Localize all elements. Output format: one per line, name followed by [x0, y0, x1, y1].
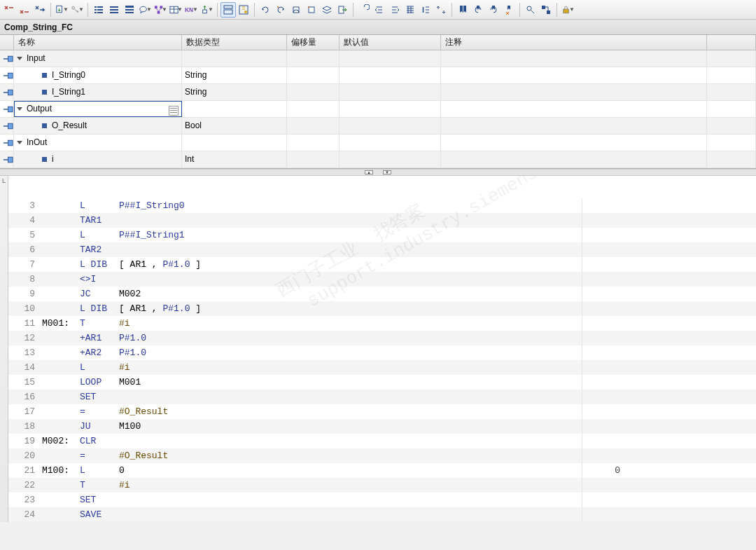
row-gutter-icon[interactable] [0, 151, 14, 167]
var-dtype-cell[interactable]: String [182, 67, 287, 83]
code-line[interactable]: 13+AR2P#1.0 [8, 345, 756, 360]
tb-x2-icon[interactable] [17, 2, 32, 18]
tb-bm1-icon[interactable] [455, 2, 470, 18]
tb-upload-icon[interactable]: ▼ [199, 2, 214, 18]
tb-net-icon[interactable]: ▼ [153, 2, 168, 18]
col-dtype[interactable]: 数据类型 [182, 35, 287, 50]
tb-arrows-icon[interactable] [433, 2, 449, 18]
tb-table-icon[interactable]: ▼ [168, 2, 183, 18]
code-editor[interactable]: 西门子工业 找答案 support.industry.siemens.com/c… [8, 176, 756, 522]
tb-xarrow-icon[interactable] [32, 2, 48, 18]
tb-comment-icon[interactable]: ▼ [137, 2, 153, 18]
tb-list3-icon[interactable] [122, 2, 137, 18]
var-section-input[interactable]: Input [0, 50, 756, 67]
var-row-o_result[interactable]: O_ResultBool [0, 118, 756, 135]
tb-list1-icon[interactable] [91, 2, 106, 18]
svg-rect-32 [542, 6, 545, 9]
tb-bm-x-icon[interactable] [501, 2, 517, 18]
row-gutter-icon[interactable] [0, 118, 14, 134]
code-line[interactable]: 4TAR1 [8, 213, 756, 228]
tb-key-icon[interactable]: ▼ [69, 2, 85, 18]
tb-x1-icon[interactable] [1, 2, 17, 18]
tb-lock-icon[interactable]: ▼ [560, 2, 575, 18]
tb-list2-icon[interactable] [106, 2, 122, 18]
tb-rot2-icon[interactable] [273, 2, 288, 18]
split-up-icon[interactable]: ▲ [365, 170, 373, 174]
tb-layers-icon[interactable] [319, 2, 335, 18]
code-line[interactable]: 21M100:L00 [8, 463, 756, 478]
code-line[interactable]: 8<>I [8, 272, 756, 287]
var-name-cell[interactable]: InOut [14, 135, 182, 151]
code-line[interactable]: 22T#i [8, 478, 756, 493]
tb-struct-icon[interactable] [538, 2, 554, 18]
code-line[interactable]: 10L DIB[ AR1 , P#1.0 ] [8, 301, 756, 316]
code-line[interactable]: 9JCM002 [8, 287, 756, 301]
row-gutter-icon[interactable] [0, 50, 14, 67]
code-line[interactable]: 14L#i [8, 360, 756, 375]
row-gutter-icon[interactable] [0, 84, 14, 100]
tb-view1-icon[interactable] [220, 2, 236, 18]
code-opcode: SET [80, 390, 119, 404]
code-line[interactable]: 15LOOPM001 [8, 375, 756, 390]
code-line[interactable]: 16SET [8, 390, 756, 404]
var-name-cell[interactable]: O_Result [14, 118, 182, 134]
tb-search-icon[interactable] [523, 2, 538, 18]
var-dtype-cell[interactable] [182, 50, 287, 67]
code-line[interactable]: 3LP##I_String0 [8, 198, 756, 213]
var-dtype-cell[interactable]: Int [182, 151, 287, 167]
dropdown-list-icon[interactable] [169, 106, 178, 116]
tb-indent1-icon[interactable] [372, 2, 387, 18]
var-row-i[interactable]: iInt [0, 151, 756, 168]
code-line[interactable]: 12+AR1P#1.0 [8, 331, 756, 345]
var-dtype-cell[interactable] [182, 135, 287, 151]
var-dtype-cell[interactable]: String [182, 84, 287, 100]
code-line[interactable]: 11M001:T#i [8, 316, 756, 331]
var-name-cell[interactable]: I_String1 [14, 84, 182, 100]
tb-exit-icon[interactable] [335, 2, 350, 18]
var-name-cell[interactable]: Input [14, 50, 182, 67]
split-down-icon[interactable]: ▼ [383, 170, 391, 174]
row-gutter-icon[interactable] [0, 135, 14, 151]
var-dtype-cell[interactable]: Bool [182, 118, 287, 134]
code-label [42, 390, 80, 404]
tb-rot1-icon[interactable] [258, 2, 273, 18]
var-name-cell[interactable]: i [14, 151, 182, 167]
col-comment[interactable]: 注释 [441, 35, 707, 50]
tb-doc-down-icon[interactable]: ▼ [54, 2, 69, 18]
split-handle[interactable]: ▲ ▼ [0, 169, 756, 176]
var-name-cell[interactable]: I_String0 [14, 67, 182, 83]
tb-i-icon[interactable]: I [418, 2, 433, 18]
tb-kn-icon[interactable]: KN▼ [183, 2, 199, 18]
code-line[interactable]: 7L DIB[ AR1 , P#1.0 ] [8, 257, 756, 272]
var-name-cell[interactable]: Output [14, 101, 182, 117]
tb-db1-icon[interactable] [288, 2, 304, 18]
code-line[interactable]: 18JUM100 [8, 419, 756, 434]
code-line[interactable]: 19M002:CLR [8, 434, 756, 448]
tb-rotleft-icon[interactable] [356, 2, 372, 18]
row-gutter-icon[interactable] [0, 101, 14, 117]
code-line[interactable]: 23SET [8, 493, 756, 507]
code-line[interactable]: 6TAR2 [8, 242, 756, 257]
tb-bm-prev-icon[interactable] [470, 2, 486, 18]
col-name[interactable]: 名称 [14, 35, 182, 50]
code-line[interactable]: 20=#O_Result [8, 448, 756, 463]
var-row-i_string0[interactable]: I_String0String [0, 67, 756, 84]
code-line[interactable]: 17=#O_Result [8, 404, 756, 419]
code-note: 0 [582, 463, 624, 478]
row-gutter-icon[interactable] [0, 67, 14, 83]
var-dtype-cell[interactable] [182, 101, 287, 117]
col-default[interactable]: 默认值 [340, 35, 441, 50]
tb-db2-icon[interactable] [304, 2, 319, 18]
tb-bm-next-icon[interactable] [486, 2, 501, 18]
tb-indent2-icon[interactable] [387, 2, 402, 18]
var-section-output[interactable]: Output [0, 101, 756, 118]
var-section-inout[interactable]: InOut [0, 135, 756, 151]
var-row-i_string1[interactable]: I_String1String [0, 84, 756, 101]
tb-grid-icon[interactable] [402, 2, 418, 18]
col-offset[interactable]: 偏移量 [287, 35, 340, 50]
code-line[interactable]: 24SAVE [8, 507, 756, 522]
code-line[interactable]: 5LP##I_String1 [8, 228, 756, 242]
line-number: 19 [8, 434, 42, 448]
tb-view2-icon[interactable] [236, 2, 251, 18]
code-note [582, 287, 624, 301]
